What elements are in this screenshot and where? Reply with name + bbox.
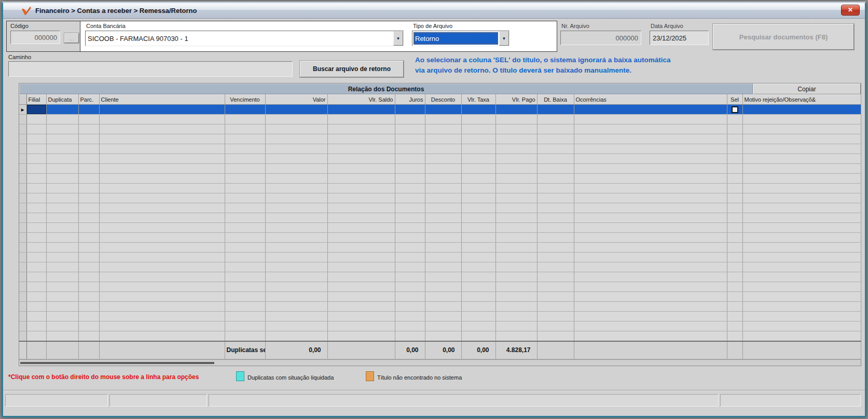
grid-cell[interactable] xyxy=(78,213,99,223)
grid-cell[interactable] xyxy=(742,322,861,331)
column-header-cliente[interactable]: Cliente xyxy=(99,95,225,105)
grid-cell[interactable] xyxy=(78,253,99,262)
grid-cell[interactable] xyxy=(461,262,495,272)
grid-cell[interactable] xyxy=(742,243,861,253)
grid-cell[interactable] xyxy=(742,115,861,124)
scrollbar-thumb[interactable] xyxy=(20,362,214,364)
grid-cell[interactable] xyxy=(461,282,495,292)
grid-cell[interactable] xyxy=(26,213,46,223)
grid-cell[interactable] xyxy=(46,115,78,124)
grid-cell[interactable] xyxy=(425,144,461,154)
grid-cell[interactable] xyxy=(574,164,727,174)
grid-cell[interactable] xyxy=(327,105,395,115)
grid-cell[interactable] xyxy=(46,223,78,233)
table-row[interactable] xyxy=(19,282,861,292)
grid-cell[interactable] xyxy=(495,105,537,115)
grid-cell[interactable] xyxy=(495,312,537,322)
grid-cell[interactable] xyxy=(727,124,742,134)
grid-cell[interactable] xyxy=(425,292,461,302)
grid-cell[interactable] xyxy=(461,253,495,262)
grid-cell[interactable] xyxy=(742,105,861,115)
grid-cell[interactable] xyxy=(742,213,861,223)
grid-cell[interactable] xyxy=(265,331,327,341)
table-row[interactable] xyxy=(19,203,861,213)
grid-cell[interactable] xyxy=(425,134,461,144)
column-header-filial[interactable]: Filial xyxy=(26,95,46,105)
grid-cell[interactable] xyxy=(265,184,327,193)
column-header-motivo-rejei-o-observa-[interactable]: Motivo rejeição/Observaçõ& xyxy=(742,95,861,105)
grid-cell[interactable] xyxy=(495,134,537,144)
grid-cell[interactable] xyxy=(461,193,495,203)
column-header-desconto[interactable]: Desconto xyxy=(425,95,461,105)
grid-cell[interactable] xyxy=(495,322,537,331)
grid-cell[interactable] xyxy=(46,233,78,243)
table-row[interactable] xyxy=(19,272,861,282)
grid-cell[interactable] xyxy=(537,115,574,124)
grid-cell[interactable] xyxy=(46,134,78,144)
grid-cell[interactable] xyxy=(574,213,727,223)
grid-cell[interactable] xyxy=(327,302,395,312)
grid-cell[interactable] xyxy=(461,302,495,312)
grid-cell[interactable] xyxy=(26,243,46,253)
grid-cell[interactable] xyxy=(46,144,78,154)
grid-cell[interactable] xyxy=(742,292,861,302)
grid-cell[interactable] xyxy=(727,213,742,223)
grid-cell[interactable] xyxy=(26,331,46,341)
grid-cell[interactable] xyxy=(461,223,495,233)
grid-cell[interactable] xyxy=(461,322,495,331)
grid-cell[interactable] xyxy=(327,144,395,154)
column-header-parc-[interactable]: Parc. xyxy=(78,95,99,105)
grid-cell[interactable] xyxy=(225,253,265,262)
grid-cell[interactable] xyxy=(461,154,495,164)
grid-cell[interactable] xyxy=(742,154,861,164)
grid-cell[interactable] xyxy=(495,184,537,193)
pesquisar-documentos-button[interactable]: Pesquisar documentos (F8) xyxy=(713,24,854,50)
grid-cell[interactable] xyxy=(99,213,225,223)
grid-cell[interactable] xyxy=(327,115,395,124)
grid-cell[interactable] xyxy=(395,272,425,282)
grid-cell[interactable] xyxy=(265,144,327,154)
grid-cell[interactable] xyxy=(727,203,742,213)
grid-cell[interactable] xyxy=(537,213,574,223)
conta-bancaria-dropdown-button[interactable]: ▼ xyxy=(393,31,403,46)
grid-cell[interactable] xyxy=(742,312,861,322)
grid-cell[interactable] xyxy=(537,134,574,144)
grid-cell[interactable] xyxy=(327,154,395,164)
grid-cell[interactable] xyxy=(425,193,461,203)
grid-cell[interactable] xyxy=(537,322,574,331)
grid-cell[interactable] xyxy=(265,312,327,322)
grid-cell[interactable] xyxy=(265,164,327,174)
grid-cell[interactable] xyxy=(395,312,425,322)
grid-cell[interactable] xyxy=(46,331,78,341)
grid-cell[interactable] xyxy=(265,272,327,282)
grid-cell[interactable] xyxy=(327,193,395,203)
grid-cell[interactable] xyxy=(46,243,78,253)
grid-cell[interactable] xyxy=(395,134,425,144)
grid-cell[interactable] xyxy=(742,223,861,233)
grid-cell[interactable] xyxy=(46,105,78,115)
grid-cell[interactable] xyxy=(495,331,537,341)
grid-cell[interactable] xyxy=(461,144,495,154)
grid-cell[interactable] xyxy=(574,262,727,272)
grid-cell[interactable] xyxy=(574,115,727,124)
grid-cell[interactable] xyxy=(461,233,495,243)
grid-cell[interactable] xyxy=(265,302,327,312)
grid-cell[interactable] xyxy=(727,282,742,292)
grid-cell[interactable] xyxy=(26,253,46,262)
table-row[interactable] xyxy=(19,154,861,164)
grid-cell[interactable] xyxy=(99,184,225,193)
horizontal-scrollbar[interactable] xyxy=(19,359,861,366)
grid-cell[interactable] xyxy=(495,193,537,203)
grid-cell[interactable] xyxy=(742,144,861,154)
grid-cell[interactable] xyxy=(26,203,46,213)
grid-cell[interactable] xyxy=(265,262,327,272)
grid-cell[interactable] xyxy=(574,154,727,164)
column-header-vlr-pago[interactable]: Vlr. Pago xyxy=(495,95,537,105)
grid-cell[interactable] xyxy=(574,272,727,282)
grid-cell[interactable] xyxy=(327,282,395,292)
grid-cell[interactable] xyxy=(537,184,574,193)
grid-cell[interactable] xyxy=(727,223,742,233)
grid-cell[interactable] xyxy=(327,203,395,213)
grid-cell[interactable] xyxy=(425,262,461,272)
grid-cell[interactable] xyxy=(461,272,495,282)
